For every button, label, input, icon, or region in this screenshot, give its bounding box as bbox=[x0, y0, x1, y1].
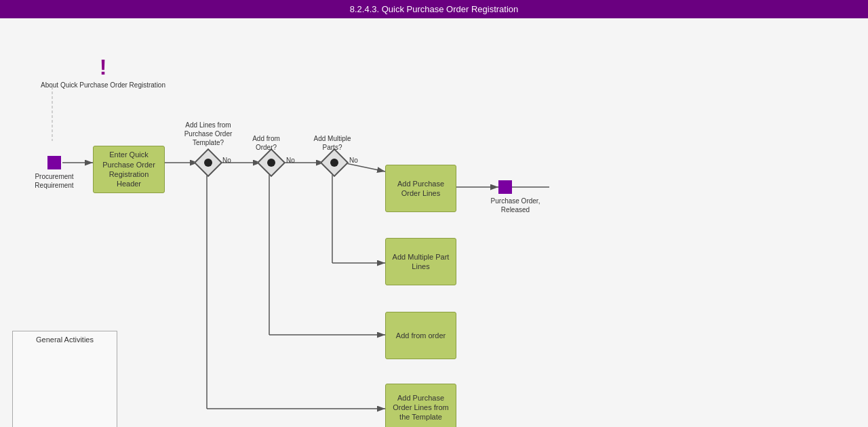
exclamation-icon: ! bbox=[100, 56, 107, 78]
add-multiple-parts-box: Add Multiple Part Lines bbox=[385, 238, 456, 285]
enter-header-box: Enter Quick Purchase Order Registration … bbox=[93, 146, 165, 193]
page-title: 8.2.4.3. Quick Purchase Order Registrati… bbox=[0, 0, 868, 18]
decision2-diamond bbox=[257, 148, 285, 177]
decision3-diamond bbox=[320, 148, 349, 177]
decision2-label: Add from Order? bbox=[248, 134, 285, 152]
annotation-label: About Quick Purchase Order Registration bbox=[41, 81, 165, 89]
annotation-about: ! About Quick Purchase Order Registratio… bbox=[41, 56, 165, 89]
add-po-lines-box: Add Purchase Order Lines bbox=[385, 165, 456, 212]
diagram-area: ! About Quick Purchase Order Registratio… bbox=[0, 19, 868, 427]
general-activities-label: General Activities bbox=[13, 331, 117, 348]
decision1-diamond bbox=[194, 148, 222, 177]
no-label-3: No bbox=[349, 157, 358, 164]
start-label: Procurement Requirement bbox=[30, 172, 79, 190]
decision1-label: Add Lines from Purchase Order Template? bbox=[180, 121, 236, 147]
general-activities-box: General Activities Enter Purchase Order … bbox=[12, 331, 117, 427]
end-node bbox=[498, 180, 512, 194]
add-po-lines-template-box: Add Purchase Order Lines from the Templa… bbox=[385, 384, 456, 427]
end-label: Purchase Order, Released bbox=[488, 197, 542, 214]
no-label-2: No bbox=[286, 157, 295, 164]
decision3-label: Add Multiple Parts? bbox=[312, 134, 353, 152]
add-from-order-box: Add from order bbox=[385, 312, 456, 359]
start-node bbox=[47, 156, 61, 169]
no-label-1: No bbox=[222, 157, 231, 164]
